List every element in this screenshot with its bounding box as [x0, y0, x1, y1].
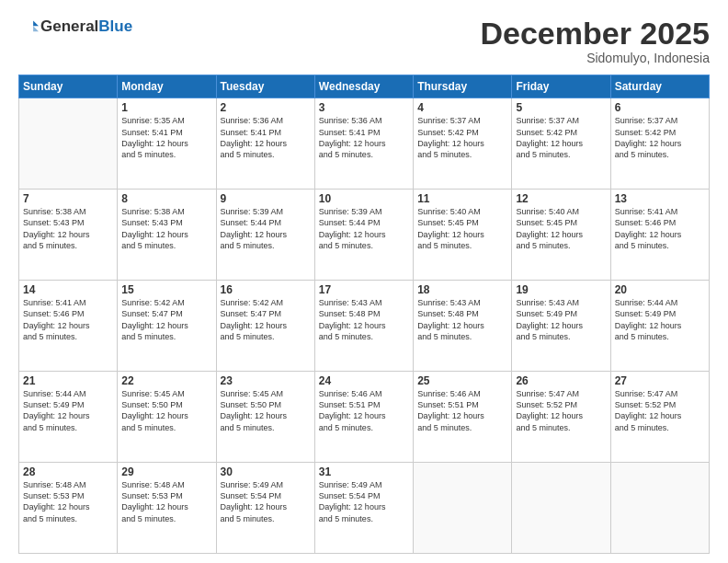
day-number: 18	[417, 283, 507, 296]
day-info: Sunrise: 5:41 AM Sunset: 5:46 PM Dayligh…	[23, 297, 113, 342]
calendar-cell: 7Sunrise: 5:38 AM Sunset: 5:43 PM Daylig…	[19, 190, 118, 281]
day-number: 19	[516, 283, 606, 296]
day-number: 31	[319, 465, 409, 478]
day-number: 6	[615, 101, 705, 114]
col-header-saturday: Saturday	[610, 75, 709, 98]
day-info: Sunrise: 5:47 AM Sunset: 5:52 PM Dayligh…	[615, 388, 705, 433]
day-info: Sunrise: 5:46 AM Sunset: 5:51 PM Dayligh…	[417, 388, 507, 433]
day-number: 17	[319, 283, 409, 296]
calendar-cell: 2Sunrise: 5:36 AM Sunset: 5:41 PM Daylig…	[216, 98, 314, 190]
title-block: December 2025 Sidomulyo, Indonesia	[480, 17, 710, 65]
day-number: 14	[23, 283, 113, 296]
calendar-table: SundayMondayTuesdayWednesdayThursdayFrid…	[18, 75, 710, 554]
page: GeneralBlue December 2025 Sidomulyo, Ind…	[0, 0, 728, 563]
day-info: Sunrise: 5:37 AM Sunset: 5:42 PM Dayligh…	[516, 115, 606, 160]
subtitle: Sidomulyo, Indonesia	[480, 51, 710, 65]
calendar-cell: 19Sunrise: 5:43 AM Sunset: 5:49 PM Dayli…	[512, 281, 610, 372]
day-info: Sunrise: 5:36 AM Sunset: 5:41 PM Dayligh…	[221, 115, 311, 160]
calendar-cell: 6Sunrise: 5:37 AM Sunset: 5:42 PM Daylig…	[610, 98, 709, 190]
day-number: 16	[221, 283, 311, 296]
day-info: Sunrise: 5:37 AM Sunset: 5:42 PM Dayligh…	[417, 115, 507, 160]
day-info: Sunrise: 5:37 AM Sunset: 5:42 PM Dayligh…	[615, 115, 705, 160]
calendar-cell: 28Sunrise: 5:48 AM Sunset: 5:53 PM Dayli…	[19, 463, 118, 554]
logo: GeneralBlue	[18, 17, 132, 37]
day-number: 25	[417, 374, 507, 387]
svg-marker-1	[33, 26, 39, 31]
calendar-cell: 8Sunrise: 5:38 AM Sunset: 5:43 PM Daylig…	[118, 190, 216, 281]
day-number: 21	[23, 374, 113, 387]
header: GeneralBlue December 2025 Sidomulyo, Ind…	[18, 17, 710, 65]
day-info: Sunrise: 5:40 AM Sunset: 5:45 PM Dayligh…	[516, 206, 606, 251]
day-info: Sunrise: 5:39 AM Sunset: 5:44 PM Dayligh…	[221, 206, 311, 251]
calendar-cell: 5Sunrise: 5:37 AM Sunset: 5:42 PM Daylig…	[512, 98, 610, 190]
calendar-cell: 9Sunrise: 5:39 AM Sunset: 5:44 PM Daylig…	[216, 190, 314, 281]
day-number: 12	[516, 192, 606, 205]
day-info: Sunrise: 5:45 AM Sunset: 5:50 PM Dayligh…	[221, 388, 311, 433]
day-info: Sunrise: 5:45 AM Sunset: 5:50 PM Dayligh…	[121, 388, 211, 433]
col-header-friday: Friday	[512, 75, 610, 98]
logo-blue: Blue	[98, 17, 132, 35]
day-info: Sunrise: 5:48 AM Sunset: 5:53 PM Dayligh…	[121, 479, 211, 524]
calendar-cell: 31Sunrise: 5:49 AM Sunset: 5:54 PM Dayli…	[314, 463, 413, 554]
day-number: 13	[615, 192, 705, 205]
day-info: Sunrise: 5:44 AM Sunset: 5:49 PM Dayligh…	[23, 388, 113, 433]
day-info: Sunrise: 5:43 AM Sunset: 5:48 PM Dayligh…	[417, 297, 507, 342]
day-number: 20	[615, 283, 705, 296]
day-number: 30	[221, 465, 311, 478]
calendar-cell: 10Sunrise: 5:39 AM Sunset: 5:44 PM Dayli…	[314, 190, 413, 281]
calendar-cell: 21Sunrise: 5:44 AM Sunset: 5:49 PM Dayli…	[19, 372, 118, 463]
calendar-cell: 16Sunrise: 5:42 AM Sunset: 5:47 PM Dayli…	[216, 281, 314, 372]
day-info: Sunrise: 5:36 AM Sunset: 5:41 PM Dayligh…	[319, 115, 409, 160]
day-number: 2	[221, 101, 311, 114]
day-number: 22	[121, 374, 211, 387]
logo-icon	[18, 17, 39, 37]
day-info: Sunrise: 5:44 AM Sunset: 5:49 PM Dayligh…	[615, 297, 705, 342]
day-number: 23	[221, 374, 311, 387]
day-info: Sunrise: 5:46 AM Sunset: 5:51 PM Dayligh…	[319, 388, 409, 433]
day-number: 15	[121, 283, 211, 296]
calendar-cell: 15Sunrise: 5:42 AM Sunset: 5:47 PM Dayli…	[118, 281, 216, 372]
day-info: Sunrise: 5:49 AM Sunset: 5:54 PM Dayligh…	[221, 479, 311, 524]
day-info: Sunrise: 5:38 AM Sunset: 5:43 PM Dayligh…	[121, 206, 211, 251]
calendar-cell: 30Sunrise: 5:49 AM Sunset: 5:54 PM Dayli…	[216, 463, 314, 554]
day-number: 28	[23, 465, 113, 478]
calendar-cell: 1Sunrise: 5:35 AM Sunset: 5:41 PM Daylig…	[118, 98, 216, 190]
day-number: 8	[121, 192, 211, 205]
calendar-cell: 17Sunrise: 5:43 AM Sunset: 5:48 PM Dayli…	[314, 281, 413, 372]
day-number: 3	[319, 101, 409, 114]
day-info: Sunrise: 5:43 AM Sunset: 5:48 PM Dayligh…	[319, 297, 409, 342]
calendar-cell	[512, 463, 610, 554]
day-info: Sunrise: 5:41 AM Sunset: 5:46 PM Dayligh…	[615, 206, 705, 251]
calendar-cell	[414, 463, 512, 554]
month-title: December 2025	[480, 17, 710, 51]
day-number: 11	[417, 192, 507, 205]
day-info: Sunrise: 5:43 AM Sunset: 5:49 PM Dayligh…	[516, 297, 606, 342]
day-number: 10	[319, 192, 409, 205]
calendar-cell: 25Sunrise: 5:46 AM Sunset: 5:51 PM Dayli…	[414, 372, 512, 463]
calendar-cell: 12Sunrise: 5:40 AM Sunset: 5:45 PM Dayli…	[512, 190, 610, 281]
day-info: Sunrise: 5:48 AM Sunset: 5:53 PM Dayligh…	[23, 479, 113, 524]
day-number: 1	[121, 101, 211, 114]
calendar-cell: 29Sunrise: 5:48 AM Sunset: 5:53 PM Dayli…	[118, 463, 216, 554]
calendar-cell: 26Sunrise: 5:47 AM Sunset: 5:52 PM Dayli…	[512, 372, 610, 463]
day-info: Sunrise: 5:42 AM Sunset: 5:47 PM Dayligh…	[221, 297, 311, 342]
calendar-cell: 11Sunrise: 5:40 AM Sunset: 5:45 PM Dayli…	[414, 190, 512, 281]
logo-general: General	[40, 17, 98, 35]
day-info: Sunrise: 5:35 AM Sunset: 5:41 PM Dayligh…	[121, 115, 211, 160]
calendar-cell: 22Sunrise: 5:45 AM Sunset: 5:50 PM Dayli…	[118, 372, 216, 463]
day-info: Sunrise: 5:39 AM Sunset: 5:44 PM Dayligh…	[319, 206, 409, 251]
calendar-cell: 18Sunrise: 5:43 AM Sunset: 5:48 PM Dayli…	[414, 281, 512, 372]
col-header-thursday: Thursday	[414, 75, 512, 98]
day-info: Sunrise: 5:38 AM Sunset: 5:43 PM Dayligh…	[23, 206, 113, 251]
svg-marker-0	[33, 20, 39, 26]
day-info: Sunrise: 5:47 AM Sunset: 5:52 PM Dayligh…	[516, 388, 606, 433]
calendar-cell: 24Sunrise: 5:46 AM Sunset: 5:51 PM Dayli…	[314, 372, 413, 463]
day-info: Sunrise: 5:40 AM Sunset: 5:45 PM Dayligh…	[417, 206, 507, 251]
day-number: 29	[121, 465, 211, 478]
col-header-sunday: Sunday	[19, 75, 118, 98]
day-info: Sunrise: 5:49 AM Sunset: 5:54 PM Dayligh…	[319, 479, 409, 524]
col-header-monday: Monday	[118, 75, 216, 98]
calendar-cell: 3Sunrise: 5:36 AM Sunset: 5:41 PM Daylig…	[314, 98, 413, 190]
calendar-cell: 14Sunrise: 5:41 AM Sunset: 5:46 PM Dayli…	[19, 281, 118, 372]
day-number: 26	[516, 374, 606, 387]
